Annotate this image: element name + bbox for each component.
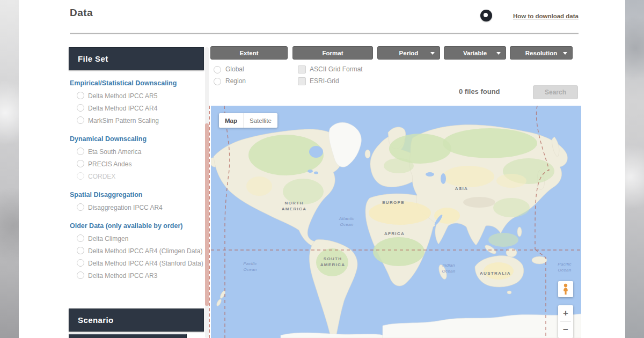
radio-icon[interactable] [77,104,84,112]
search-button[interactable]: Search [533,85,578,99]
fileset-option[interactable]: PRECIS Andes [69,158,204,171]
svg-text:Indian: Indian [442,263,455,268]
radio-icon[interactable] [77,116,84,124]
svg-text:Pacific: Pacific [243,261,257,266]
world-map-graphic: NORTH AMERICA SOUTH AMERICA EUROPE AFRIC… [211,106,581,338]
svg-text:EUROPE: EUROPE [382,200,405,205]
svg-text:AMERICA: AMERICA [282,207,306,211]
pegman-icon [561,283,570,295]
ascii-grid-label[interactable]: ASCII Grid Format [310,65,363,73]
svg-text:Ocean: Ocean [340,222,353,227]
filter-sidebar: File Set Empirical/Statistical Downscali… [69,47,204,338]
radio-icon[interactable] [77,148,84,155]
fileset-option[interactable]: Delta Method IPCC AR4 (Stanford Data) [69,258,204,270]
content-page: Data How to download data File Set Empir… [19,0,625,338]
map-view-button[interactable]: Map [219,113,244,128]
fileset-panel-header[interactable]: File Set [69,47,204,70]
radio-icon[interactable] [77,271,84,279]
section-title-older: Older Data (only available by order) [70,222,204,230]
section-title-empirical: Empirical/Statistical Downscaling [70,79,204,87]
scrollbar-thumb[interactable] [205,123,209,306]
chevron-down-icon [430,52,435,55]
files-found-count: 0 files found [459,87,500,95]
street-view-pegman-button[interactable] [558,281,573,297]
section-title-dynamical: Dynamical Downscaling [70,135,204,143]
svg-text:AUSTRALIA: AUSTRALIA [480,271,511,276]
page-title: Data [70,7,93,19]
fileset-option[interactable]: Delta Method IPCC AR4 (Climgen Data) [69,245,204,258]
chevron-down-icon [563,52,567,55]
radio-icon[interactable] [77,203,84,211]
radio-icon[interactable] [77,259,84,267]
radio-icon[interactable] [77,234,84,242]
radio-icon [77,172,84,180]
svg-text:Atlantic: Atlantic [339,216,355,221]
svg-text:Ocean: Ocean [558,268,571,273]
satellite-view-button[interactable]: Satellite [244,113,277,128]
esri-grid-checkbox[interactable] [298,77,306,85]
fileset-option[interactable]: Delta Method IPCC AR3 [69,270,204,282]
fileset-option[interactable]: Delta Climgen [69,233,204,245]
resolution-dropdown[interactable]: Resolution [510,46,573,60]
global-radio-label[interactable]: Global [225,65,244,73]
zoom-in-button[interactable]: + [558,305,573,321]
svg-text:Pacific: Pacific [558,262,572,267]
svg-text:Ocean: Ocean [243,267,257,272]
region-radio-label[interactable]: Region [225,77,246,85]
svg-text:Ocean: Ocean [442,269,455,274]
section-title-spatial: Spatial Disaggregation [70,191,204,199]
format-button[interactable]: Format [292,46,373,60]
fileset-list: Empirical/Statistical Downscaling Delta … [69,70,204,282]
region-radio[interactable] [214,78,221,85]
sidebar-scrollbar[interactable] [205,47,209,338]
chevron-down-icon [496,52,501,55]
fileset-option[interactable]: Disaggregation IPCC AR4 [69,202,204,214]
zoom-out-button[interactable]: − [558,322,573,338]
help-video-icon[interactable] [480,10,492,21]
map-zoom-control: + − [558,305,573,338]
scenario-panel-header[interactable]: Scenario [69,308,204,332]
data-portal-page: Data How to download data File Set Empir… [0,0,644,338]
svg-text:AMERICA: AMERICA [320,262,345,267]
svg-text:NORTH: NORTH [285,201,304,205]
fileset-option-disabled: CORDEX [69,171,204,183]
global-radio[interactable] [214,66,221,74]
esri-grid-label[interactable]: ESRI-Grid [310,77,339,85]
map-boundary-dash [209,106,210,338]
radio-icon[interactable] [77,160,84,167]
background-clouds-left [0,0,19,338]
header-divider [70,33,579,34]
radio-icon[interactable] [77,92,84,99]
extent-button[interactable]: Extent [210,46,288,60]
svg-text:SOUTH: SOUTH [324,256,342,261]
ascii-grid-checkbox[interactable] [298,65,306,74]
fileset-option[interactable]: MarkSim Pattern Scaling [69,115,204,127]
background-clouds-right [625,0,644,338]
period-dropdown[interactable]: Period [377,46,440,60]
svg-text:ASIA: ASIA [455,186,468,191]
variable-dropdown[interactable]: Variable [444,46,506,60]
svg-text:AFRICA: AFRICA [384,231,405,236]
how-to-download-link[interactable]: How to download data [503,12,579,20]
radio-icon[interactable] [77,247,84,254]
map-type-control: Map Satellite [219,113,277,128]
next-panel-stub [69,334,187,338]
map[interactable]: NORTH AMERICA SOUTH AMERICA EUROPE AFRIC… [211,106,581,338]
fileset-option[interactable]: Delta Method IPCC AR4 [69,102,204,115]
fileset-option[interactable]: Delta Method IPCC AR5 [69,90,204,102]
fileset-option[interactable]: Eta South America [69,146,204,158]
